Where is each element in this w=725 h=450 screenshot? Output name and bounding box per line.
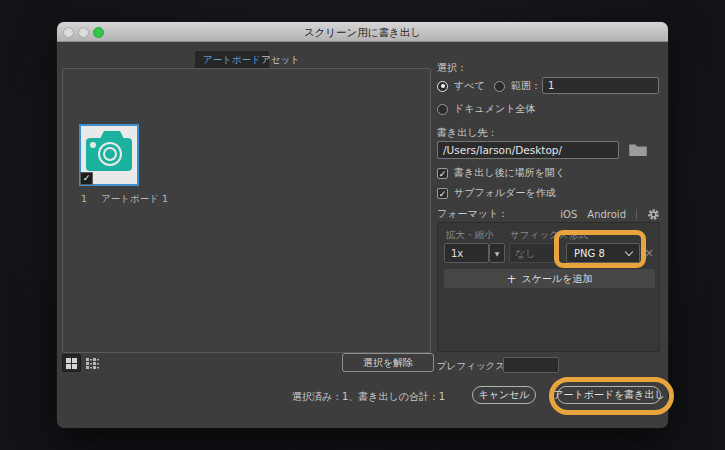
format-settings-button[interactable] [647,208,660,221]
selection-summary: 選択済み : 1、書き出しの合計 : 1 [292,390,445,404]
formats-panel: 拡大・縮小 サフィックス 形式 1x ▼ PNG 8 × + スケールを追加 [437,222,660,352]
artboard-index: 1 [81,193,87,206]
open-location-check-icon: ✓ [437,168,448,179]
format-column-header: 形式 [569,229,588,242]
scale-column-header: 拡大・縮小 [446,229,494,242]
gear-icon [647,208,660,221]
scale-select[interactable]: 1x [444,243,489,263]
dropdown-arrow-icon: ▼ [495,250,500,257]
radio-all[interactable]: すべて [437,79,485,93]
suffix-input[interactable] [509,243,559,263]
radio-whole-document[interactable]: ドキュメント全体 [437,102,535,116]
cancel-button[interactable]: キャンセル [472,386,536,404]
open-location-label: 書き出し後に場所を開く [454,166,565,180]
add-scale-button[interactable]: + スケールを追加 [444,269,655,288]
plus-icon: + [507,272,517,286]
folder-icon [629,143,647,157]
create-subfolder-check-icon: ✓ [437,188,448,199]
grid-view-button[interactable] [62,354,81,372]
grid-view-icon [66,358,77,369]
export-artboards-button[interactable]: アートボードを書き出し [557,386,661,404]
desktop-background: スクリーン用に書き出し アートボード アセット ✓ 1 アートボード 1 [0,0,725,450]
android-preset-button[interactable]: Android [587,209,626,220]
radio-whole-document-label: ドキュメント全体 [454,102,535,116]
open-location-checkbox[interactable]: ✓ 書き出し後に場所を開く [437,166,565,180]
list-view-button[interactable] [83,354,102,372]
list-view-icon [86,358,99,369]
radio-range-icon [494,81,505,92]
titlebar: スクリーン用に書き出し [57,22,668,42]
check-icon: ✓ [83,173,91,183]
add-scale-label: スケールを追加 [522,272,593,286]
artboard-checkbox[interactable]: ✓ [80,172,93,185]
create-subfolder-label: サブフォルダーを作成 [454,186,556,200]
remove-scale-icon[interactable]: × [644,246,654,260]
radio-all-icon [437,81,448,92]
radio-whole-document-icon [437,104,448,115]
deselect-button[interactable]: 選択を解除 [342,353,434,372]
radio-all-label: すべて [454,79,485,93]
ios-preset-button[interactable]: iOS [560,209,577,220]
scale-value: 1x [451,248,463,259]
prefix-input[interactable] [503,357,559,373]
scale-dropdown-button[interactable]: ▼ [489,243,505,263]
destination-label: 書き出し先 : [437,126,494,140]
range-input[interactable] [542,77,659,94]
artboard-thumbnail[interactable]: ✓ [79,124,139,186]
formats-label: フォーマット : [437,207,505,221]
artboard-caption: 1 アートボード 1 [81,193,168,206]
artboard-name[interactable]: アートボード 1 [101,193,168,206]
window-title: スクリーン用に書き出し [57,22,668,42]
selection-label: 選択 : [437,61,464,75]
format-value: PNG 8 [574,248,605,259]
radio-range[interactable]: 範囲 : [494,79,538,93]
create-subfolder-checkbox[interactable]: ✓ サブフォルダーを作成 [437,186,556,200]
artboard-list-panel: ✓ 1 アートボード 1 [62,68,431,353]
divider [636,209,637,220]
chevron-down-icon [625,247,633,255]
suffix-column-header: サフィックス [510,229,568,242]
formats-header: フォーマット : iOS Android [437,207,660,221]
format-select[interactable]: PNG 8 [566,243,640,263]
prefix-label: プレフィックス : [437,360,511,373]
choose-folder-button[interactable] [629,143,647,157]
export-path-input[interactable] [437,141,619,159]
export-for-screens-dialog: スクリーン用に書き出し アートボード アセット ✓ 1 アートボード 1 [57,22,668,428]
radio-range-label: 範囲 : [511,79,538,93]
tab-assets[interactable]: アセット [253,51,308,68]
